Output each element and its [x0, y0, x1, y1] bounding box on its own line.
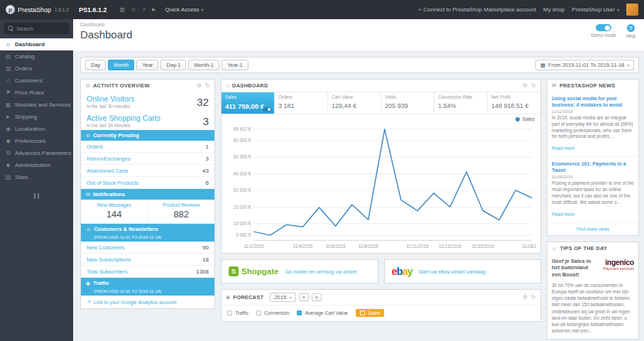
- updates-icon[interactable]: ►: [151, 6, 157, 13]
- news-article: Ecommerce 101: Payments in a Tweet 11/05…: [547, 157, 638, 222]
- gear-icon[interactable]: ⚙: [523, 82, 528, 89]
- filter-day-1-button[interactable]: Day-1: [160, 60, 186, 70]
- user-avatar[interactable]: [626, 4, 638, 16]
- forecast-traffic-checkbox[interactable]: Traffic: [227, 310, 249, 315]
- new-customers-row[interactable]: New Customers90: [81, 242, 214, 254]
- pending-returns-row[interactable]: Return/Exchanges3: [81, 153, 214, 165]
- read-more-link[interactable]: Read more: [552, 212, 574, 217]
- ebay-link[interactable]: Start uw eBay-winkel vandaag: [419, 269, 486, 274]
- sidebar-item-catalog[interactable]: ▤Catalog: [0, 50, 73, 63]
- out-of-stock-row[interactable]: Out of Stock Products6: [81, 177, 214, 189]
- sidebar-item-shipping[interactable]: ►Shipping: [0, 111, 73, 123]
- kpi-cart-value[interactable]: Cart Value 129,44 €: [328, 92, 381, 114]
- row-value: 3: [206, 156, 209, 162]
- page-header: Dashboard Dashboard Demo mode ? Help: [73, 19, 644, 52]
- refresh-icon[interactable]: ↻: [205, 82, 210, 89]
- support-icon[interactable]: ?: [142, 6, 145, 13]
- new-messages-cell[interactable]: New Messages 144: [81, 200, 148, 223]
- kpi-conversion-rate[interactable]: Conversion Rate 1.54%: [435, 92, 488, 114]
- gear-icon[interactable]: ⚙: [197, 82, 202, 89]
- sidebar-item-customers[interactable]: ☺Customers: [0, 75, 73, 87]
- forecast-sales-chip[interactable]: Sales: [356, 309, 385, 317]
- svg-text:60 000 €: 60 000 €: [234, 138, 251, 143]
- demo-mode-toggle[interactable]: [596, 24, 611, 31]
- kpi-label: Cart Value: [332, 94, 377, 99]
- logo-version: 1.6.1.2: [55, 7, 69, 12]
- kpi-value: 3 181: [278, 102, 324, 109]
- topbar: p PrestaShop 1.6.1.2 PS1.6.1.2 ▥ ☺ ? ► Q…: [0, 0, 644, 19]
- forecast-cart-value-checkbox[interactable]: Average Cart Value: [297, 310, 347, 315]
- online-visitors-metric: Online Visitors in the last 30 minutes 3…: [81, 92, 214, 111]
- help-icon[interactable]: ?: [627, 24, 635, 32]
- sidebar-item-preferences[interactable]: ◆Preferences: [0, 135, 73, 147]
- collapse-sidebar-button[interactable]: [0, 189, 73, 202]
- news-article-title[interactable]: Using social media for your business: 4 …: [552, 95, 634, 108]
- filter-year-button[interactable]: Year: [136, 60, 158, 70]
- logo-text: PrestaShop: [18, 6, 51, 13]
- abandoned-carts-row[interactable]: Abandoned Carts43: [81, 165, 214, 177]
- filter-year-1-button[interactable]: Year-1: [222, 60, 249, 70]
- ebay-promo[interactable]: ebay Start uw eBay-winkel vandaag: [384, 259, 542, 283]
- sidebar-item-localization[interactable]: ◉Localization: [0, 123, 73, 135]
- forecast-panel-title: FORECAST: [233, 294, 263, 301]
- filter-month-button[interactable]: Month: [108, 60, 134, 70]
- sidebar-item-modules[interactable]: ▦Modules and Services: [0, 99, 73, 111]
- gear-icon[interactable]: ⚙: [523, 294, 528, 301]
- sidebar-item-administration[interactable]: ☻Administration: [0, 159, 73, 171]
- sidebar-item-label: Price Rules: [15, 90, 44, 96]
- cart-icon[interactable]: ▥: [119, 6, 125, 13]
- svg-text:3 082 €: 3 082 €: [236, 232, 251, 237]
- tips-panel-title: TIPS OF THE DAY: [560, 245, 607, 251]
- row-value: 43: [202, 168, 209, 174]
- sidebar-item-dashboard[interactable]: ⌂Dashboard: [0, 38, 73, 50]
- my-shop-link[interactable]: My shop: [543, 6, 564, 13]
- refresh-icon[interactable]: ↻: [531, 294, 536, 301]
- kpi-net-profit[interactable]: Net Profit 148 918,51 €: [488, 92, 540, 114]
- prev-year-button[interactable]: «: [299, 293, 309, 301]
- employee-icon[interactable]: ☺: [131, 6, 136, 13]
- svg-text:66 912 €: 66 912 €: [234, 126, 251, 131]
- forecast-conversion-checkbox[interactable]: Conversion: [256, 310, 289, 315]
- find-more-news-link[interactable]: Find more news: [547, 223, 638, 235]
- dashboard-content: Day Month Year Day-1 Month-1 Year-1 ▦ Fr…: [73, 52, 644, 341]
- kpi-sales[interactable]: Sales 411 759,00 €: [222, 92, 275, 114]
- google-analytics-link[interactable]: ↗ Link to your Google Analytics account: [81, 296, 214, 308]
- product-reviews-cell[interactable]: Product Reviews 882: [148, 200, 215, 223]
- sidebar-item-advanced-parameters[interactable]: ⚙Advanced Parameters: [0, 147, 73, 159]
- sidebar-search[interactable]: [4, 23, 69, 34]
- filter-day-button[interactable]: Day: [85, 60, 106, 70]
- sidebar-item-price-rules[interactable]: ⚑Price Rules: [0, 87, 73, 99]
- search-icon: [8, 26, 13, 31]
- sidebar-item-label: Stats: [15, 174, 28, 180]
- chevron-down-icon: ▾: [202, 8, 204, 12]
- new-subscriptions-row[interactable]: New Subscriptions18: [81, 254, 214, 266]
- filter-month-1-button[interactable]: Month-1: [188, 60, 219, 70]
- shopgate-promo[interactable]: S Shopgate Ga mobiel en verhoog uw omzet: [221, 259, 378, 283]
- date-range-picker[interactable]: ▦ From 2015-11-01 To 2015-11-18 ▾: [535, 60, 634, 70]
- news-article-title[interactable]: Ecommerce 101: Payments in a Tweet: [552, 161, 634, 173]
- prestashop-logo[interactable]: p PrestaShop 1.6.1.2: [6, 5, 69, 14]
- kpi-visits[interactable]: Visits 205 939: [381, 92, 435, 114]
- user-menu[interactable]: PrestaShop User ▾: [572, 6, 619, 13]
- shopgate-link[interactable]: Ga mobiel en verhoog uw omzet: [285, 269, 356, 274]
- marketplace-link[interactable]: + Connect to PrestaShop Marketplace acco…: [418, 6, 536, 13]
- topbar-icons: ▥ ☺ ? ►: [119, 6, 156, 13]
- kpi-orders[interactable]: Orders 3 181: [275, 92, 328, 114]
- read-more-link[interactable]: Read more: [552, 146, 574, 151]
- tips-header: Geef je Sales in het buitenland een Boos…: [547, 254, 638, 280]
- pending-orders-row[interactable]: Orders1: [81, 141, 214, 153]
- quick-access-label: Quick Access: [165, 6, 200, 13]
- quick-access-menu[interactable]: Quick Access ▾: [165, 6, 204, 13]
- breadcrumb: Dashboard: [80, 22, 637, 27]
- search-input[interactable]: [16, 26, 67, 32]
- refresh-icon[interactable]: ↻: [531, 82, 536, 89]
- next-year-button[interactable]: »: [312, 293, 322, 301]
- metric-sub: in the last 30 minutes: [87, 123, 160, 128]
- link-label: Link to your Google Analytics account: [94, 300, 177, 305]
- tips-body: 30 tot 70% van de consumenten in Europa …: [547, 280, 638, 339]
- kpi-toggle[interactable]: [263, 107, 271, 112]
- total-subscribers-row[interactable]: Total Subscribers1308: [81, 266, 214, 278]
- sidebar-item-orders[interactable]: ▥Orders: [0, 63, 73, 75]
- year-select[interactable]: 2015 ▾: [270, 293, 295, 302]
- sidebar-item-stats[interactable]: ▨Stats: [0, 171, 73, 183]
